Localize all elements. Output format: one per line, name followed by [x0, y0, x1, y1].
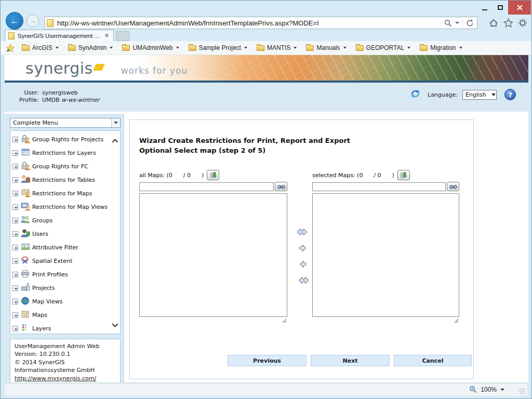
home-icon[interactable] — [488, 18, 499, 28]
minimize-button[interactable] — [477, 1, 493, 15]
move-all-left-button[interactable] — [297, 275, 309, 285]
expand-icon[interactable] — [12, 177, 18, 183]
move-right-button[interactable] — [297, 243, 309, 253]
expand-icon[interactable] — [12, 312, 18, 318]
move-left-button[interactable] — [297, 259, 309, 269]
binoculars-icon — [277, 183, 286, 190]
all-maps-filter-input[interactable] — [139, 182, 274, 191]
language-select[interactable]: English — [462, 90, 497, 100]
expand-icon[interactable] — [12, 218, 18, 223]
expand-icon[interactable] — [12, 258, 18, 264]
favorites-icon[interactable] — [503, 18, 513, 28]
banner-tagline: works for you — [121, 65, 188, 76]
url-input[interactable] — [56, 19, 444, 28]
favorite-manuals[interactable]: Manuals — [301, 41, 351, 55]
sidebar-item-layers[interactable]: Layers — [11, 322, 113, 334]
sidebar-item-group-rights-for-projects[interactable]: Group Rights for Projects — [11, 133, 113, 147]
search-icon[interactable] — [444, 19, 452, 27]
favorite-umadminweb[interactable]: UMAdminWeb — [117, 41, 183, 55]
selected-maps-listbox[interactable] — [312, 193, 459, 317]
search-button[interactable] — [275, 182, 287, 191]
sidebar-item-restrictions-for-layers[interactable]: Restrictions for Layers — [11, 147, 113, 160]
resize-grip-icon[interactable] — [282, 318, 287, 323]
scroll-down-icon[interactable] — [112, 320, 118, 329]
favorite-geoportal[interactable]: GEOPORTAL — [351, 41, 416, 55]
expand-icon[interactable] — [12, 191, 18, 196]
scroll-up-icon[interactable] — [112, 135, 118, 145]
sidebar-item-print-profiles[interactable]: Print Profiles — [11, 268, 113, 282]
zoom-control[interactable]: 100% — [469, 385, 504, 393]
cancel-button[interactable]: Cancel — [394, 355, 472, 366]
sidebar-item-map-views[interactable]: Map Views — [11, 295, 113, 309]
user-value: synergisweb — [42, 89, 78, 96]
previous-button[interactable]: Previous — [228, 355, 307, 366]
sidebar-item-spatial-extent[interactable]: Spatial Extent — [11, 255, 113, 268]
sidebar-item-group-rights-for-fc[interactable]: Group Rights for FC — [11, 160, 113, 174]
folder-icon — [68, 45, 76, 51]
expand-icon[interactable] — [12, 299, 18, 304]
search-dropdown-icon[interactable] — [455, 22, 459, 24]
reload-icon[interactable] — [410, 89, 421, 100]
sidebar-item-users[interactable]: Users — [11, 228, 113, 241]
next-button[interactable]: Next — [311, 355, 390, 366]
all-maps-listbox[interactable] — [139, 193, 287, 317]
window-resize-grip[interactable] — [519, 388, 525, 394]
sidebar-item-restrictions-for-tables[interactable]: Restrictions for Tables — [11, 174, 113, 187]
sidebar-item-restrictions-for-maps[interactable]: Restrictions for Maps — [11, 187, 113, 201]
favorite-sample-project[interactable]: Sample Project — [184, 41, 252, 55]
refresh-icon[interactable] — [466, 19, 474, 27]
favorite-mantis[interactable]: MANTIS — [252, 41, 301, 55]
favorites-bar: ArcGISSynAdminUMAdminWebSample ProjectMA… — [1, 41, 531, 55]
sidebar-item-restrictions-for-map-views[interactable]: Restrictions for Map Views — [11, 201, 113, 214]
sidebar-item-groups[interactable]: Groups — [11, 214, 113, 228]
globe-icon — [20, 296, 31, 307]
move-all-right-button[interactable] — [297, 227, 309, 237]
close-button[interactable] — [508, 1, 531, 15]
synergis-link[interactable]: http://www.mysynergis.com/ — [15, 375, 96, 382]
address-bar[interactable] — [44, 17, 477, 29]
sort-button[interactable] — [207, 170, 219, 180]
sort-button[interactable] — [397, 170, 410, 180]
app-info-company: Informationssysteme GmbH — [15, 366, 116, 374]
expand-icon[interactable] — [12, 245, 18, 250]
chevron-down-icon — [56, 47, 59, 49]
back-button[interactable]: ← — [6, 12, 23, 30]
gear-icon[interactable] — [518, 18, 527, 28]
title-bar[interactable] — [1, 1, 531, 15]
sidebar-item-attributive-filter[interactable]: Attributive Filter — [11, 241, 113, 255]
new-tab-button[interactable] — [116, 31, 129, 41]
lock-user-icon — [20, 134, 31, 145]
favorite-migration[interactable]: Migration — [415, 41, 467, 55]
map-user-icon — [20, 188, 31, 199]
resize-grip-icon[interactable] — [454, 318, 459, 323]
menu-filter-select[interactable]: Complete Menu — [10, 118, 121, 128]
projects-icon — [20, 283, 31, 294]
favorite-arcgis[interactable]: ArcGIS — [17, 41, 63, 55]
sidebar-item-projects[interactable]: Projects — [11, 282, 113, 295]
tab-synergis-usermanagement[interactable]: SynerGIS Usermanagement ... ✕ — [5, 30, 114, 41]
favorite-synadmin[interactable]: SynAdmin — [63, 41, 118, 55]
chevron-down-icon — [111, 118, 120, 127]
help-icon[interactable] — [504, 89, 516, 100]
expand-icon[interactable] — [12, 326, 18, 331]
expand-icon[interactable] — [12, 137, 18, 142]
forward-button[interactable]: → — [26, 15, 39, 27]
chevron-down-icon — [176, 47, 179, 49]
expand-icon[interactable] — [12, 204, 18, 210]
chevron-down-icon — [491, 94, 496, 96]
sidebar-item-maps[interactable]: Maps — [11, 309, 113, 322]
filter-icon — [20, 242, 31, 253]
zoom-icon — [469, 385, 477, 393]
expand-icon[interactable] — [12, 164, 18, 169]
selected-maps-filter-input[interactable] — [312, 182, 446, 191]
print-icon — [20, 269, 31, 280]
users-icon — [20, 229, 31, 240]
maximize-button[interactable] — [493, 1, 508, 15]
expand-icon[interactable] — [12, 272, 18, 277]
search-button[interactable] — [447, 182, 459, 191]
expand-icon[interactable] — [12, 285, 18, 291]
expand-icon[interactable] — [12, 150, 18, 156]
expand-icon[interactable] — [12, 231, 18, 237]
add-favorite-icon[interactable] — [6, 44, 15, 52]
tab-close-icon[interactable]: ✕ — [103, 32, 110, 39]
